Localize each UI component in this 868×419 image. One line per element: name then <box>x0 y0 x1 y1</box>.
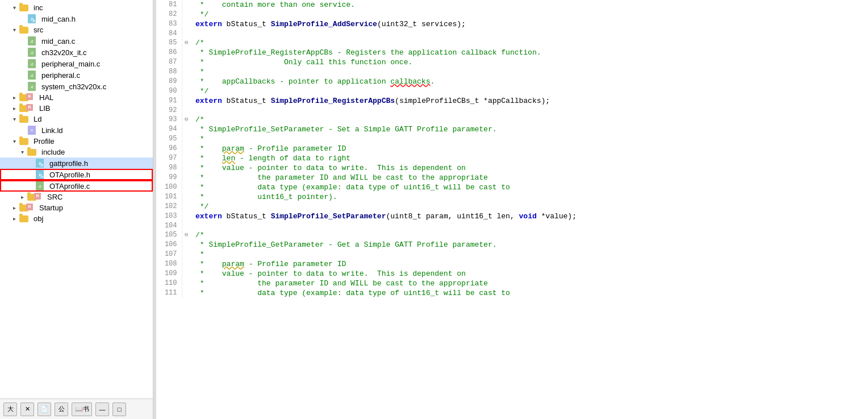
tree-item-ld[interactable]: ▾Ld <box>0 114 153 125</box>
tree-item-label: LIB <box>39 104 51 113</box>
tree-item-hal[interactable]: ▸RHAL <box>0 92 153 103</box>
tree-item-label: inc <box>34 3 43 12</box>
code-line: 94 * SimpleProfile_SetParameter - Set a … <box>156 125 868 134</box>
code-line: 100 * data type (example: data type of u… <box>156 182 868 192</box>
line-number: 105 <box>156 230 182 240</box>
tree-item-label: Profile <box>34 137 55 146</box>
code-line: 101 * uint16_t pointer). <box>156 192 868 202</box>
tree-item-src2[interactable]: ▸RSRC <box>0 192 153 202</box>
tree-item-label: include <box>41 148 65 156</box>
tree-item-include[interactable]: ▾include <box>0 147 153 157</box>
code-line: 86 * SimpleProfile_RegisterAppCBs - Regi… <box>156 48 868 57</box>
folder-icon <box>27 149 36 156</box>
tree-item-profile[interactable]: ▾Profile <box>0 136 153 147</box>
fold-button[interactable]: ⊖ <box>182 115 191 125</box>
token: /* <box>195 231 205 239</box>
token: param <box>222 144 244 153</box>
line-number: 107 <box>156 250 182 259</box>
tree-item-label: HAL <box>39 93 53 102</box>
fold-button[interactable]: ⊖ <box>182 38 191 48</box>
toolbar-close-btn[interactable]: ✕ <box>20 403 34 416</box>
code-content: * <box>191 250 868 259</box>
tree-item-link_ld[interactable]: ldLink.ld <box>0 125 153 136</box>
code-content: * SimpleProfile_SetParameter - Set a Sim… <box>191 125 868 134</box>
fold-button[interactable]: ⊖ <box>182 230 191 240</box>
fold-button <box>182 221 191 230</box>
code-line: 102 */ <box>156 202 868 211</box>
tree-item-startup[interactable]: ▸RStartup <box>0 202 153 213</box>
tree-item-otaprofile_c[interactable]: .cOTAprofile.c <box>0 180 153 192</box>
code-content: extern bStatus_t SimpleProfile_RegisterA… <box>191 96 868 106</box>
line-number: 86 <box>156 48 182 57</box>
tree-item-ch32v20x_it_c[interactable]: .cch32v20x_it.c <box>0 47 153 58</box>
tree-item-mid_can_c[interactable]: .cmid_can.c <box>0 35 153 47</box>
fold-button <box>182 10 191 19</box>
token: * <box>195 154 222 163</box>
code-line: 109 * value - pointer to data to write. … <box>156 269 868 279</box>
token: void <box>519 212 537 221</box>
token: param <box>222 260 244 268</box>
toolbar-public-btn[interactable]: 公 <box>55 403 68 416</box>
token: extern <box>195 212 222 221</box>
tree-item-gattprofile_h[interactable]: .hgattprofile.h <box>0 157 153 169</box>
line-number: 92 <box>156 106 182 115</box>
fold-button <box>182 67 191 77</box>
token: * data type (example: data type of uint1… <box>195 289 510 297</box>
toolbar-minus-btn[interactable]: — <box>95 403 109 416</box>
code-content: */ <box>191 202 868 211</box>
tree-item-system_ch32v20x_c[interactable]: .csystem_ch32v20x.c <box>0 81 153 92</box>
folder-icon <box>19 27 28 34</box>
code-line: 87 * Only call this function once. <box>156 57 868 67</box>
token: bStatus_t <box>222 20 271 28</box>
tree-item-otaprofile_h[interactable]: .hOTAprofile.h <box>0 169 153 180</box>
tree-item-label: peripheral.c <box>41 71 80 80</box>
code-line: 88 * <box>156 67 868 77</box>
code-content: */ <box>191 86 868 96</box>
token: * data type (example: data type of uint1… <box>195 183 510 192</box>
token: * the parameter ID and WILL be cast to t… <box>195 279 488 288</box>
code-line: 84 <box>156 29 868 38</box>
token: * <box>195 135 205 143</box>
toolbar-large-btn[interactable]: 大 <box>3 403 17 416</box>
token: */ <box>195 87 208 96</box>
folder-icon <box>19 116 28 123</box>
tree-item-lib[interactable]: ▸RLIB <box>0 103 153 114</box>
tree-item-label: Link.ld <box>41 126 63 135</box>
tree-arrow: ▸ <box>10 205 18 211</box>
code-editor[interactable]: 81 * contain more than one service.82 */… <box>156 0 868 419</box>
code-line: 111 * data type (example: data type of u… <box>156 288 868 298</box>
code-content: * data type (example: data type of uint1… <box>191 288 868 298</box>
c-file-icon: .c <box>28 48 36 57</box>
fold-button <box>182 0 191 10</box>
code-line: 82 */ <box>156 10 868 19</box>
toolbar-square-btn[interactable]: □ <box>112 403 126 416</box>
tree-item-peripheral_main_c[interactable]: .cperipheral_main.c <box>0 58 153 69</box>
toolbar-book-btn[interactable]: 📖书 <box>72 403 92 416</box>
folder-icon <box>19 215 28 222</box>
line-number: 108 <box>156 259 182 269</box>
tree-item-obj[interactable]: ▸obj <box>0 213 153 224</box>
tree-item-src[interactable]: ▾src <box>0 24 153 35</box>
code-line: 89 * appCallbacks - pointer to applicati… <box>156 77 868 86</box>
token: callbacks <box>390 77 430 86</box>
line-number: 89 <box>156 77 182 86</box>
line-number: 84 <box>156 29 182 38</box>
token: /* <box>195 115 205 124</box>
code-line: 81 * contain more than one service. <box>156 0 868 10</box>
tree-item-inc[interactable]: ▾inc <box>0 2 153 13</box>
fold-button <box>182 19 191 29</box>
tree-item-label: src <box>34 26 43 34</box>
token: (uint32_t services); <box>377 20 466 28</box>
folder-icon <box>19 138 28 145</box>
tree-item-peripheral_c[interactable]: .cperipheral.c <box>0 69 153 81</box>
toolbar-doc-btn[interactable]: 📄 <box>37 403 51 416</box>
tree-item-label: Ld <box>34 115 41 123</box>
code-content: * contain more than one service. <box>191 0 868 10</box>
line-number: 83 <box>156 19 182 29</box>
tree-arrow: ▾ <box>10 5 18 11</box>
tree-arrow: ▸ <box>10 105 18 111</box>
tree-item-mid_can_h[interactable]: .hmid_can.h <box>0 13 153 24</box>
fold-button <box>182 154 191 163</box>
line-number: 96 <box>156 144 182 154</box>
line-number: 94 <box>156 125 182 134</box>
